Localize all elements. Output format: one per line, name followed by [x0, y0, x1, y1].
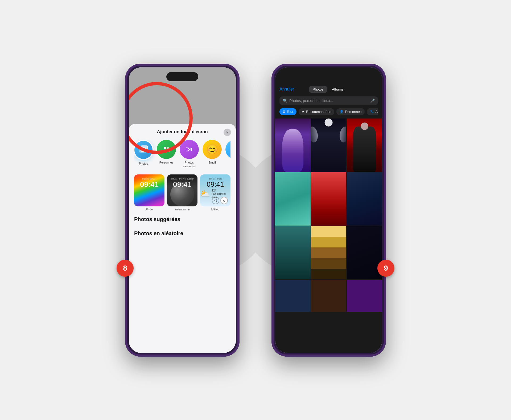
weather-icon: ⛅	[225, 140, 230, 159]
star-icon: ★	[302, 110, 305, 113]
svg-point-5	[167, 147, 169, 149]
icon-item-persons[interactable]: Personnes	[157, 140, 176, 168]
moon-time: dim. 11 • Premier quartier	[167, 178, 197, 180]
albums-tab[interactable]: Albums	[328, 86, 347, 93]
pride-time: Mardi 9 janvier	[134, 178, 164, 180]
photo-cell-swatch-dark-teal[interactable]	[275, 226, 311, 279]
photos-icon	[134, 140, 154, 160]
icon-grid: Photos Personnes	[134, 140, 230, 168]
search-placeholder: Photos, personnes, lieux...	[289, 99, 368, 103]
photo-cell-char1[interactable]	[275, 119, 311, 172]
photo-cell-swatch-navy2[interactable]	[275, 280, 311, 312]
wallpaper-moon[interactable]: dim. 11 • Premier quartier 09:41	[167, 174, 197, 206]
icon-item-photos[interactable]: Photos	[134, 140, 153, 168]
wallpaper-weather[interactable]: dim. 11 • Paris 09:41 ⛅ 22°Partiellement…	[200, 174, 230, 206]
filter-tab-animals[interactable]: 🐾 A	[367, 108, 378, 115]
svg-rect-1	[141, 146, 148, 152]
ph2-search-bar[interactable]: 🔍 Photos, personnes, lieux... 🎤	[279, 96, 378, 105]
phone1-wrapper: 8 Ajouter un fond d'écran ×	[125, 64, 240, 357]
photo-cell-swatch-stripe-warm[interactable]	[311, 226, 347, 279]
paw-icon: 🐾	[370, 110, 374, 113]
ph2-photo-album-tabs: Photos Albums	[309, 86, 347, 93]
suggested-section-title: Photos suggérées	[134, 216, 230, 222]
phone2-wrapper: 9 Annuler Photos Albums	[271, 64, 386, 357]
add-wallpaper-modal[interactable]: Ajouter un fond d'écran ×	[129, 124, 236, 353]
pride-label: Pride	[134, 208, 164, 211]
photos-tab[interactable]: Photos	[309, 86, 327, 93]
photo-cell-swatch-purple2[interactable]	[347, 280, 382, 312]
ph2-filter-tabs: ⊞ Tout ★ Recommandées 👤 Personnes 🐾	[279, 108, 378, 115]
svg-point-3	[142, 147, 143, 148]
icon-item-random[interactable]: Photos aléatoires	[180, 140, 199, 168]
moon-clock: 09:41	[167, 180, 197, 189]
phone2-content: Annuler Photos Albums �	[275, 67, 382, 353]
phone2-frame: Annuler Photos Albums �	[271, 64, 386, 357]
dynamic-island-2	[313, 72, 345, 81]
emoji-icon: 😊	[203, 140, 222, 159]
photo-cell-char3[interactable]	[347, 119, 382, 172]
modal-close-button[interactable]: ×	[224, 129, 231, 136]
persons-icon-label: Personnes	[159, 161, 174, 164]
phone1-screen: Ajouter un fond d'écran ×	[129, 67, 236, 353]
emoji-icon-label: Emoji	[208, 161, 216, 164]
photo-cell-swatch-black[interactable]	[347, 226, 382, 279]
wallpaper-pride[interactable]: Mardi 9 janvier 09:41	[134, 174, 164, 206]
mic-icon[interactable]: 🎤	[370, 99, 375, 103]
photo-cell-char2[interactable]	[311, 119, 347, 172]
weather-clock: 09:41	[200, 180, 230, 189]
moon-label: Astronomie	[167, 208, 197, 211]
photo-cell-swatch-brown[interactable]	[311, 280, 347, 312]
ph2-nav: Annuler Photos Albums	[279, 86, 378, 93]
step-badge-9: 9	[377, 260, 394, 277]
photo-cell-swatch-navy[interactable]	[347, 172, 382, 226]
pride-clock: 09:41	[134, 180, 164, 189]
random-icon-label: Photos aléatoires	[180, 161, 199, 168]
bottom-section-label: Photos en aléatoire	[134, 230, 230, 236]
grid-icon: ⊞	[283, 110, 285, 113]
filter-tab-tout[interactable]: ⊞ Tout	[279, 108, 296, 115]
weather-wallpaper-label: Météo	[200, 208, 230, 211]
phone2-screen: Annuler Photos Albums �	[275, 67, 382, 353]
modal-title: Ajouter un fond d'écran	[134, 129, 230, 134]
svg-point-4	[164, 147, 166, 149]
icon-item-emoji[interactable]: 😊 Emoji	[203, 140, 221, 168]
random-icon	[180, 140, 199, 159]
filter-tab-personnes[interactable]: 👤 Personnes	[336, 108, 365, 115]
weather-time: dim. 11 • Paris	[200, 178, 230, 180]
person-icon: 👤	[340, 110, 344, 113]
photos-icon-label: Photos	[139, 162, 148, 165]
wallpaper-collection: Mardi 9 janvier 09:41 Pride dim. 11 • Pr…	[134, 174, 230, 211]
step-badge-8: 8	[117, 260, 134, 277]
photo-grid	[275, 119, 382, 312]
photo-cell-swatch-red[interactable]	[311, 172, 347, 226]
annuler-button[interactable]: Annuler	[279, 87, 294, 92]
filter-tab-recommandees[interactable]: ★ Recommandées	[299, 108, 335, 115]
photo-cell-swatch-teal[interactable]	[275, 172, 311, 226]
icon-item-weather[interactable]: ⛅ Météo	[226, 140, 230, 168]
dynamic-island-1	[166, 72, 198, 81]
phone1-frame: Ajouter un fond d'écran ×	[125, 64, 240, 357]
persons-icon	[157, 140, 176, 159]
search-icon: 🔍	[283, 99, 287, 103]
phone1-content: Ajouter un fond d'écran ×	[129, 67, 236, 353]
